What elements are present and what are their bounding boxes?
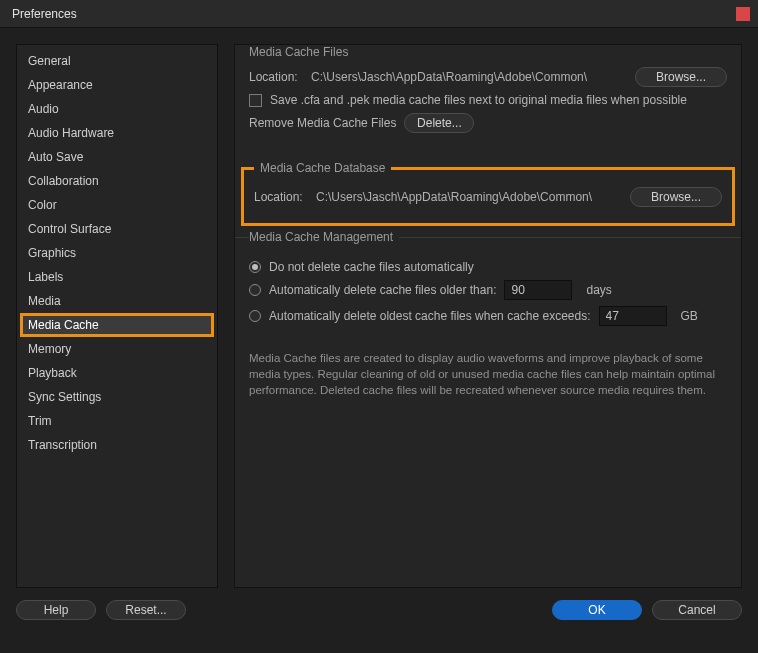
sidebar-item-general[interactable]: General (20, 49, 214, 73)
reset-button[interactable]: Reset... (106, 600, 186, 620)
sidebar-item-memory[interactable]: Memory (20, 337, 214, 361)
sidebar-item-labels[interactable]: Labels (20, 265, 214, 289)
window-title: Preferences (12, 7, 77, 21)
files-location-path: C:\Users\Jasch\AppData\Roaming\Adobe\Com… (311, 70, 627, 84)
older-than-unit: days (586, 283, 611, 297)
db-location-label: Location: (254, 190, 308, 204)
ok-button[interactable]: OK (552, 600, 642, 620)
radio-do-not-delete[interactable] (249, 261, 261, 273)
sidebar-item-collaboration[interactable]: Collaboration (20, 169, 214, 193)
management-description: Media Cache files are created to display… (235, 346, 741, 398)
sidebar-item-graphics[interactable]: Graphics (20, 241, 214, 265)
radio-older-than[interactable] (249, 284, 261, 296)
media-cache-management-legend: Media Cache Management (249, 230, 399, 244)
media-cache-files-legend: Media Cache Files (249, 45, 354, 59)
sidebar-item-sync-settings[interactable]: Sync Settings (20, 385, 214, 409)
sidebar-item-appearance[interactable]: Appearance (20, 73, 214, 97)
dialog-footer: Help Reset... OK Cancel (0, 596, 758, 634)
sidebar-item-color[interactable]: Color (20, 193, 214, 217)
cancel-button[interactable]: Cancel (652, 600, 742, 620)
sidebar-item-auto-save[interactable]: Auto Save (20, 145, 214, 169)
exceeds-input[interactable] (599, 306, 667, 326)
exceeds-unit: GB (681, 309, 698, 323)
sidebar-item-audio-hardware[interactable]: Audio Hardware (20, 121, 214, 145)
help-button[interactable]: Help (16, 600, 96, 620)
sidebar: General Appearance Audio Audio Hardware … (16, 44, 218, 588)
save-next-to-label: Save .cfa and .pek media cache files nex… (270, 93, 687, 107)
files-location-label: Location: (249, 70, 303, 84)
sidebar-item-media[interactable]: Media (20, 289, 214, 313)
radio-do-not-delete-label: Do not delete cache files automatically (269, 260, 474, 274)
titlebar: Preferences (0, 0, 758, 28)
delete-button[interactable]: Delete... (404, 113, 474, 133)
close-button[interactable] (736, 7, 750, 21)
sidebar-item-transcription[interactable]: Transcription (20, 433, 214, 457)
save-next-to-checkbox[interactable] (249, 94, 262, 107)
radio-exceeds[interactable] (249, 310, 261, 322)
sidebar-item-playback[interactable]: Playback (20, 361, 214, 385)
media-cache-management-section: Media Cache Management Do not delete cac… (235, 230, 741, 346)
sidebar-item-audio[interactable]: Audio (20, 97, 214, 121)
content-panel: Media Cache Files Location: C:\Users\Jas… (234, 44, 742, 588)
sidebar-item-control-surface[interactable]: Control Surface (20, 217, 214, 241)
radio-older-than-label: Automatically delete cache files older t… (269, 283, 496, 297)
older-than-input[interactable] (504, 280, 572, 300)
radio-exceeds-label: Automatically delete oldest cache files … (269, 309, 591, 323)
files-browse-button[interactable]: Browse... (635, 67, 727, 87)
sidebar-item-trim[interactable]: Trim (20, 409, 214, 433)
media-cache-database-section: Media Cache Database Location: C:\Users\… (241, 161, 735, 226)
media-cache-files-section: Media Cache Files Location: C:\Users\Jas… (235, 45, 741, 153)
remove-files-label: Remove Media Cache Files (249, 116, 396, 130)
media-cache-database-legend: Media Cache Database (254, 161, 391, 175)
sidebar-item-media-cache[interactable]: Media Cache (20, 313, 214, 337)
db-browse-button[interactable]: Browse... (630, 187, 722, 207)
db-location-path: C:\Users\Jasch\AppData\Roaming\Adobe\Com… (316, 190, 622, 204)
